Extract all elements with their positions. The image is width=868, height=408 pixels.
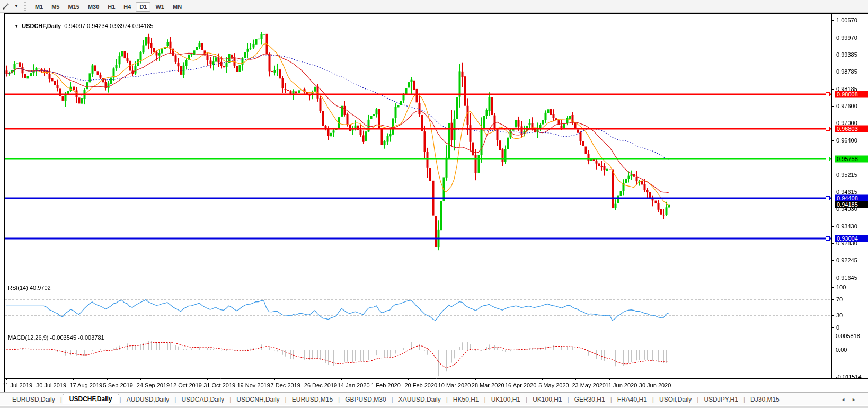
chart-tab-usoil-daily[interactable]: USOil,Daily [654, 395, 696, 404]
chart-tab-usdcnh-daily[interactable]: USDCNH,Daily [232, 395, 284, 404]
date-tick-label: 11 Jul 2019 [3, 382, 32, 388]
toolbar-grip-handle[interactable] [24, 2, 26, 11]
price-tick-label: 0.98785 [836, 68, 857, 75]
window-bottom-edge [0, 405, 868, 408]
date-tick-label: 10 Mar 2020 [438, 382, 471, 388]
chart-window: ▼USDCHF,Daily 0.94097 0.94234 0.93974 0.… [4, 13, 868, 392]
chart-tab-usdcad-daily[interactable]: USDCAD,Daily [176, 395, 229, 404]
date-tick-label: 16 Apr 2020 [505, 382, 536, 388]
chart-tab-hk50-h1[interactable]: HK50,H1 [448, 395, 484, 404]
chart-symbol-period: USDCHF,Daily [22, 23, 61, 29]
price-tick-label: 0.93430 [836, 223, 857, 229]
macd-level-label: 0.00 [836, 347, 847, 353]
macd-level-label: 0.005818 [836, 333, 860, 339]
chart-tab-ger30-h1[interactable]: GER30,H1 [570, 395, 610, 404]
timeframe-button-group: M1M5M15M30H1H4D1W1MN [31, 2, 186, 11]
timeframe-button-h4[interactable]: H4 [120, 2, 135, 12]
current-price-label: 0.94185 [835, 201, 868, 208]
timeframe-button-m30[interactable]: M30 [84, 2, 103, 12]
price-tick-label: 1.00570 [836, 17, 857, 23]
timeframe-button-m15[interactable]: M15 [64, 2, 83, 12]
chart-ohlc-values: 0.94097 0.94234 0.93974 0.94185 [64, 23, 153, 29]
rsi-level-label: 70 [836, 296, 843, 303]
chart-tab-usdjpy-h1[interactable]: USDJPY,H1 [699, 395, 742, 404]
date-tick-label: 23 May 2020 [572, 382, 606, 388]
rsi-level-label: 100 [836, 284, 846, 290]
chevron-down-icon[interactable]: ▼ [14, 4, 19, 8]
chart-tab-eurusd-m15[interactable]: EURUSD,M15 [287, 395, 338, 404]
date-tick-label: 7 Dec 2019 [271, 382, 300, 388]
chart-dropdown-icon[interactable]: ▼ [14, 24, 19, 29]
chart-tab-fra40-h1[interactable]: FRA40,H1 [613, 395, 652, 404]
date-tick-label: 30 Jun 2020 [639, 382, 671, 388]
macd-level-label: -0.011514 [836, 374, 862, 380]
date-tick-label: 5 May 2020 [538, 382, 569, 388]
timeframe-button-m5[interactable]: M5 [48, 2, 63, 12]
date-tick-label: 24 Sep 2019 [137, 382, 170, 388]
hline-price-label: 0.98008 [835, 91, 868, 97]
date-tick-label: 14 Jan 2020 [338, 382, 370, 388]
chart-tab-gbpusd-m30[interactable]: GBPUSD,M30 [340, 395, 391, 404]
price-chart-canvas[interactable] [5, 14, 868, 392]
date-tick-label: 1 Feb 2020 [371, 382, 401, 388]
chart-tab-usdchf-daily[interactable]: USDCHF,Daily [63, 394, 119, 404]
tab-scroll-left-icon[interactable]: ◄ [840, 397, 852, 402]
chart-title: ▼USDCHF,Daily 0.94097 0.94234 0.93974 0.… [8, 16, 153, 36]
top-toolbar: ▼ M1M5M15M30H1H4D1W1MN [0, 0, 868, 13]
crosshair-pen-icon[interactable] [1, 2, 11, 11]
rsi-level-label: 0 [836, 324, 839, 331]
chart-tab-dj30-m15[interactable]: DJ30,M15 [746, 395, 784, 404]
timeframe-button-w1[interactable]: W1 [152, 2, 168, 12]
date-tick-label: 19 Nov 2019 [237, 382, 270, 388]
date-tick-label: 5 Sep 2019 [103, 382, 133, 388]
hline-price-label: 0.94408 [835, 194, 868, 201]
macd-indicator-label: MACD(12,26,9) -0.003545 -0.003781 [8, 334, 104, 341]
hline-price-label: 0.96803 [835, 126, 868, 132]
price-tick-label: 0.92245 [836, 257, 857, 263]
price-tick-label: 0.96400 [836, 137, 857, 144]
chart-tab-audusd-daily[interactable]: AUDUSD,Daily [122, 395, 174, 404]
hline-price-label: 0.95758 [835, 156, 868, 163]
timeframe-button-d1[interactable]: D1 [136, 2, 150, 12]
date-tick-label: 26 Dec 2019 [304, 382, 337, 388]
timeframe-button-mn[interactable]: MN [169, 2, 185, 12]
chart-tab-uk100-h1[interactable]: UK100,H1 [486, 395, 525, 404]
price-tick-label: 0.95215 [836, 172, 857, 178]
date-tick-label: 28 Mar 2020 [472, 382, 504, 388]
date-tick-label: 20 Feb 2020 [404, 382, 437, 388]
price-tick-label: 0.99970 [836, 34, 857, 41]
price-tick-label: 0.97600 [836, 103, 857, 109]
date-tick-label: 30 Jul 2019 [36, 382, 66, 388]
timeframe-button-h1[interactable]: H1 [104, 2, 119, 12]
price-tick-label: 0.91645 [836, 274, 857, 281]
date-tick-label: 31 Oct 2019 [203, 382, 235, 388]
rsi-indicator-label: RSI(14) 40.9702 [8, 285, 51, 291]
rsi-level-label: 30 [836, 312, 843, 318]
hline-price-label: 0.93004 [835, 235, 868, 242]
date-tick-label: 12 Oct 2019 [170, 382, 202, 388]
date-tick-label: 11 Jun 2020 [606, 382, 637, 388]
timeframe-button-m1[interactable]: M1 [31, 2, 47, 12]
tab-scroll-arrows[interactable]: ◄► [840, 397, 863, 402]
chart-tab-uk100-h1[interactable]: UK100,H1 [528, 395, 566, 404]
chart-tab-xauusd-daily[interactable]: XAUUSD,Daily [394, 395, 446, 404]
date-tick-label: 17 Aug 2019 [69, 382, 102, 388]
chart-tab-bar: EURUSD,Daily|USDCHF,Daily|AUDUSD,Daily|U… [0, 392, 868, 406]
chart-tab-eurusd-daily[interactable]: EURUSD,Daily [7, 395, 60, 404]
price-tick-label: 0.99385 [836, 51, 857, 58]
tab-scroll-right-icon[interactable]: ► [852, 397, 863, 402]
